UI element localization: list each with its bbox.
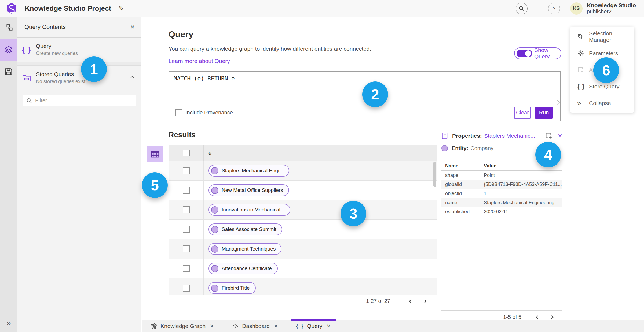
entity-chip[interactable]: Innovations in Mechanical...: [208, 204, 290, 216]
row-checkbox[interactable]: [183, 167, 190, 174]
bottom-tab-bar: Knowledge Graph × Dashboard × { } Query …: [142, 320, 644, 332]
query-item-text: Query Create new queries: [36, 43, 78, 56]
table-row[interactable]: New Metal Office Suppliers: [169, 181, 437, 200]
entity-chip-label: Staplers Mechanical Engi...: [222, 168, 283, 174]
entity-dot-icon: [211, 206, 218, 214]
table-view-button[interactable]: [147, 146, 163, 162]
braces-icon: { }: [577, 83, 589, 90]
collapse-section-icon[interactable]: [129, 74, 135, 81]
contents-gap: [17, 62, 141, 66]
row-checkbox[interactable]: [183, 187, 190, 194]
filter-input[interactable]: [35, 95, 136, 106]
tab-query[interactable]: { } Query ×: [290, 320, 337, 332]
property-row: established2020-02-11: [441, 207, 562, 216]
tab-dashboard[interactable]: Dashboard ×: [225, 320, 284, 332]
entity-chip[interactable]: New Metal Office Suppliers: [208, 184, 289, 196]
entity-chip[interactable]: Firebird Title: [208, 282, 256, 294]
top-bar: Knowledge Studio Project ✎ ? KS Knowledg…: [0, 0, 644, 17]
property-name: objectid: [441, 191, 484, 196]
table-row[interactable]: Managment Techniques: [169, 239, 437, 259]
dashboard-gauge-icon: [232, 323, 239, 330]
properties-entity-name[interactable]: Staplers Mechanic...: [484, 133, 535, 139]
edit-title-icon[interactable]: ✎: [118, 4, 124, 13]
tab-knowledge-graph[interactable]: Knowledge Graph ×: [144, 320, 220, 332]
selection-manager-label: Selection Manager: [589, 30, 634, 43]
stored-item-title: Stored Queries: [36, 71, 85, 77]
table-row[interactable]: Firebird Title: [169, 278, 437, 295]
data-model-icon: [5, 24, 13, 32]
learn-more-link[interactable]: Learn more about Query: [169, 58, 230, 64]
entity-chip[interactable]: Sales Associate Summit: [208, 223, 282, 235]
entity-chip[interactable]: Attendance Certificate: [208, 263, 278, 274]
entity-label: Entity:: [452, 145, 468, 151]
close-tab-icon[interactable]: ×: [210, 322, 214, 330]
app-logo-icon[interactable]: [6, 3, 17, 14]
table-row[interactable]: Innovations in Mechanical...: [169, 200, 437, 220]
user-avatar[interactable]: KS: [570, 2, 583, 15]
knowledge-studio-screen: Knowledge Studio Project ✎ ? KS Knowledg…: [0, 0, 644, 332]
add-to-selection-icon[interactable]: [545, 132, 552, 140]
stored-item-text: Stored Queries No stored queries exist: [36, 71, 85, 84]
contents-header: Query Contents ×: [17, 17, 141, 38]
properties-header: Properties: Staplers Mechanic... ×: [441, 132, 562, 140]
entity-chip[interactable]: Managment Techniques: [208, 243, 281, 255]
row-checkbox[interactable]: [183, 206, 190, 213]
query-contents-panel: Query Contents × { } Query Create new qu…: [17, 17, 141, 332]
selection-manager-item[interactable]: Selection Manager: [570, 28, 634, 45]
account-name: Knowledge Studio: [587, 2, 636, 9]
data-model-rail-button[interactable]: [0, 17, 17, 39]
account-username: publisher2: [587, 9, 636, 15]
select-all-checkbox[interactable]: [183, 150, 190, 156]
account-info[interactable]: Knowledge Studio publisher2: [587, 2, 636, 15]
include-provenance-checkbox[interactable]: [175, 109, 182, 116]
property-name: established: [441, 209, 484, 215]
properties-table: Name Value shapePointglobalid{5D9B4713-F…: [441, 162, 562, 216]
selection-manager-icon: [577, 33, 589, 40]
close-tab-icon[interactable]: ×: [274, 322, 278, 330]
contents-title: Query Contents: [24, 24, 66, 31]
table-row[interactable]: Attendance Certificate: [169, 259, 437, 278]
annotation-badge-6: 6: [593, 57, 619, 83]
contents-item-stored-queries[interactable]: Stored Queries No stored queries exist: [17, 66, 141, 90]
property-name: name: [441, 200, 484, 206]
run-button[interactable]: Run: [535, 107, 553, 119]
toggle-switch[interactable]: [517, 50, 532, 57]
tab-knowledge-graph-label: Knowledge Graph: [160, 323, 206, 329]
property-value: Point: [484, 173, 562, 178]
close-properties-icon[interactable]: ×: [558, 132, 562, 140]
row-checkbox[interactable]: [183, 285, 190, 292]
expand-rail-button[interactable]: »: [0, 316, 17, 330]
row-checkbox[interactable]: [183, 245, 190, 252]
help-button[interactable]: ?: [548, 3, 560, 14]
results-next-page-button[interactable]: [420, 296, 430, 307]
row-checkbox-cell: [169, 220, 204, 239]
clear-button[interactable]: Clear: [514, 107, 531, 119]
table-row[interactable]: Staplers Mechanical Engi...: [169, 161, 437, 181]
entity-chip[interactable]: Staplers Mechanical Engi...: [208, 165, 289, 177]
properties-pagination-text: 1-5 of 5: [503, 314, 521, 320]
add-to-icon: [577, 66, 589, 73]
project-title: Knowledge Studio Project: [25, 4, 111, 13]
close-panel-icon[interactable]: ×: [130, 23, 135, 31]
entity-chip-label: Attendance Certificate: [222, 266, 272, 271]
query-rail-button[interactable]: [0, 39, 17, 61]
show-query-toggle[interactable]: Show Query: [514, 47, 561, 59]
editor-toolbar: Include Provenance Clear Run: [169, 104, 560, 121]
results-scrollbar-thumb[interactable]: [433, 162, 436, 187]
results-table-footer: 1-27 of 27: [169, 295, 437, 307]
close-tab-icon[interactable]: ×: [327, 322, 330, 330]
search-button[interactable]: [516, 3, 528, 14]
collapse-item[interactable]: » Collapse: [570, 95, 634, 111]
properties-table-body: shapePointglobalid{5D9B4713-F98D-4A53-A5…: [441, 171, 562, 216]
row-checkbox[interactable]: [183, 265, 190, 272]
results-prev-page-button[interactable]: [405, 296, 416, 307]
top-bar-actions: ? KS Knowledge Studio publisher2: [516, 0, 644, 17]
table-row[interactable]: Sales Associate Summit: [169, 220, 437, 239]
row-checkbox[interactable]: [183, 226, 190, 233]
left-icon-rail: »: [0, 17, 17, 332]
entity-dot-icon: [211, 226, 218, 233]
row-checkbox-cell: [169, 161, 204, 180]
contents-item-query[interactable]: { } Query Create new queries: [17, 38, 141, 62]
properties-label: Properties:: [452, 133, 482, 139]
save-rail-button[interactable]: [0, 61, 17, 83]
